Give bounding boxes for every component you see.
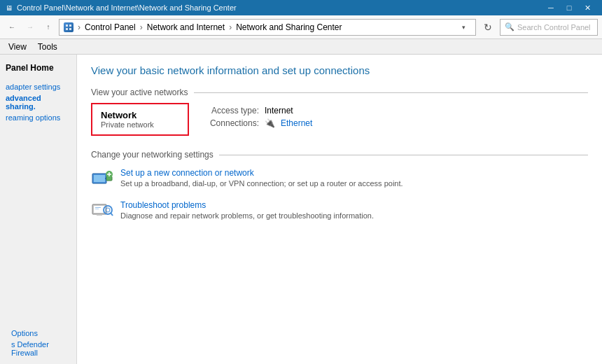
setup-connection-icon: [91, 168, 113, 190]
breadcrumb-network-internet[interactable]: Network and Internet: [147, 22, 225, 32]
svg-rect-13: [97, 214, 102, 216]
access-type-label: Access type:: [203, 106, 259, 115]
svg-rect-2: [66, 28, 68, 30]
active-networks-label: View your active networks: [91, 88, 588, 97]
sep3: ›: [229, 22, 232, 32]
troubleshoot-content: Troubleshoot problems Diagnose and repai…: [120, 200, 588, 220]
sidebar-item-options[interactable]: Options: [6, 328, 71, 339]
title-bar-text: Control Panel\Network and Internet\Netwo…: [17, 4, 237, 12]
menu-bar: View Tools: [0, 39, 602, 55]
menu-tools[interactable]: Tools: [32, 41, 63, 53]
title-bar-left: 🖥 Control Panel\Network and Internet\Net…: [6, 4, 237, 12]
minimize-button[interactable]: ─: [542, 0, 560, 15]
menu-view[interactable]: View: [3, 41, 32, 53]
sidebar-item-advanced-sharing[interactable]: advanced sharing.: [0, 92, 76, 112]
title-bar-icon: 🖥: [6, 4, 13, 12]
change-settings-label: Change your networking settings: [91, 150, 588, 160]
network-type: Private network: [101, 120, 179, 129]
search-icon: 🔍: [505, 22, 514, 31]
content-area: View your basic network information and …: [77, 55, 602, 364]
sidebar-item-streaming-options[interactable]: reaming options: [0, 112, 76, 123]
access-type-row: Access type: Internet: [203, 106, 312, 115]
action-troubleshoot: Troubleshoot problems Diagnose and repai…: [91, 200, 588, 223]
sidebar-links: adapter settings advanced sharing. reami…: [0, 81, 76, 123]
troubleshoot-icon: [91, 200, 113, 223]
breadcrumb-control-panel[interactable]: Control Panel: [85, 22, 136, 32]
svg-rect-17: [95, 207, 101, 208]
svg-rect-18: [95, 209, 99, 209]
connections-row: Connections: 🔌 Ethernet: [203, 118, 312, 128]
sidebar: Panel Home adapter settings advanced sha…: [0, 55, 77, 364]
connections-label: Connections:: [203, 118, 259, 128]
svg-rect-1: [69, 24, 71, 27]
breadcrumb-sharing-center[interactable]: Network and Sharing Center: [236, 22, 342, 32]
forward-button[interactable]: →: [22, 20, 38, 35]
network-details: Access type: Internet Connections: 🔌 Eth…: [203, 103, 312, 128]
page-title: View your basic network information and …: [91, 64, 588, 76]
network-box: Network Private network: [91, 103, 189, 136]
setup-connection-link[interactable]: Set up a new connection or network: [120, 168, 254, 178]
sidebar-heading: Panel Home: [0, 60, 76, 76]
setup-connection-desc: Set up a broadband, dial-up, or VPN conn…: [120, 179, 588, 188]
search-placeholder: Search Control Panel: [517, 23, 591, 31]
troubleshoot-link[interactable]: Troubleshoot problems: [120, 200, 206, 210]
sidebar-item-defender-firewall[interactable]: s Defender Firewall: [6, 339, 71, 358]
close-button[interactable]: ✕: [578, 0, 596, 15]
action-setup-connection: Set up a new connection or network Set u…: [91, 168, 588, 190]
back-button[interactable]: ←: [4, 20, 20, 35]
network-info: Network Private network Access type: Int…: [91, 103, 588, 136]
search-box[interactable]: 🔍 Search Control Panel: [500, 19, 598, 36]
sidebar-footer: Options s Defender Firewall: [0, 325, 76, 364]
address-path[interactable]: › Control Panel › Network and Internet ›…: [59, 19, 476, 36]
title-bar-controls: ─ □ ✕: [542, 0, 596, 15]
access-type-value: Internet: [265, 106, 293, 115]
ethernet-link[interactable]: Ethernet: [281, 118, 312, 128]
refresh-button[interactable]: ↻: [479, 19, 497, 36]
title-bar: 🖥 Control Panel\Network and Internet\Net…: [0, 0, 602, 15]
svg-rect-5: [94, 175, 105, 182]
setup-connection-content: Set up a new connection or network Set u…: [120, 168, 588, 188]
cp-icon: [64, 22, 74, 32]
maximize-button[interactable]: □: [560, 0, 578, 15]
svg-rect-3: [69, 28, 71, 30]
dropdown-chevron[interactable]: ▾: [456, 20, 471, 35]
address-bar: ← → ↑ › Control Panel › Network and Inte…: [0, 15, 602, 39]
svg-rect-0: [66, 24, 68, 27]
network-name: Network: [101, 110, 179, 120]
sidebar-top: Panel Home adapter settings advanced sha…: [0, 55, 76, 129]
up-button[interactable]: ↑: [41, 20, 56, 35]
sep1: ›: [78, 22, 80, 32]
main-layout: Panel Home adapter settings advanced sha…: [0, 55, 602, 364]
ethernet-icon: 🔌: [265, 118, 275, 128]
sep2: ›: [140, 22, 143, 32]
sidebar-item-adapter-settings[interactable]: adapter settings: [0, 81, 76, 92]
change-networking-section: Change your networking settings: [91, 150, 588, 223]
troubleshoot-desc: Diagnose and repair network problems, or…: [120, 211, 588, 220]
svg-line-16: [111, 213, 113, 216]
